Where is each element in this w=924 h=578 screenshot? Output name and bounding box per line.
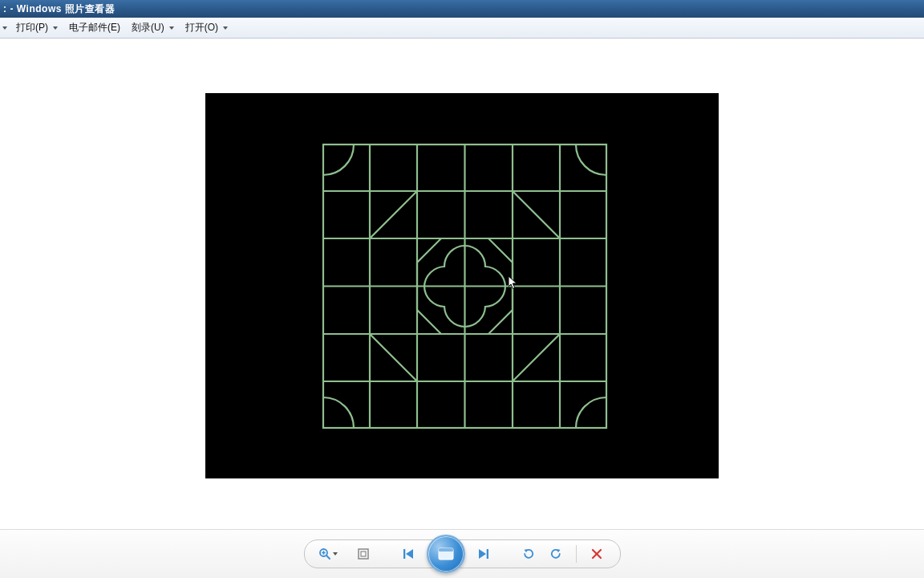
svg-marker-39	[479, 549, 486, 559]
previous-button[interactable]	[396, 543, 420, 565]
menu-print[interactable]: 打印(P)	[10, 18, 63, 38]
svg-rect-38	[439, 548, 453, 552]
menu-open-label: 打开(O)	[185, 21, 218, 35]
menu-leading-dropdown[interactable]	[0, 18, 10, 38]
rotate-cw-button[interactable]	[542, 543, 569, 565]
chevron-down-icon	[223, 26, 228, 30]
close-icon	[590, 547, 603, 560]
bottom-toolbar	[0, 529, 924, 578]
svg-rect-34	[361, 552, 366, 556]
window-titlebar: : - Windows 照片查看器	[0, 0, 924, 18]
next-button[interactable]	[472, 543, 496, 565]
rotate-ccw-icon	[522, 547, 535, 560]
toolbar-separator	[576, 545, 577, 563]
menu-burn[interactable]: 刻录(U)	[125, 18, 179, 38]
rotate-cw-icon	[549, 547, 562, 560]
slideshow-icon	[438, 547, 454, 560]
title-prefix: :	[3, 3, 7, 14]
menu-burn-label: 刻录(U)	[132, 21, 164, 35]
menu-email[interactable]: 电子邮件(E)	[63, 18, 125, 38]
skip-back-icon	[402, 547, 415, 560]
delete-button[interactable]	[583, 543, 610, 565]
nav-group	[396, 535, 496, 573]
slideshow-button[interactable]	[427, 535, 465, 573]
actual-size-icon	[357, 547, 370, 560]
svg-line-30	[326, 556, 330, 559]
menu-open[interactable]: 打开(O)	[179, 18, 233, 38]
svg-rect-40	[486, 549, 488, 559]
svg-rect-35	[403, 549, 405, 559]
rotate-ccw-button[interactable]	[515, 543, 542, 565]
actual-size-button[interactable]	[350, 543, 377, 565]
toolbar-pill	[304, 539, 621, 568]
zoom-button[interactable]	[314, 543, 342, 565]
mouse-cursor-icon	[509, 276, 518, 291]
menu-print-label: 打印(P)	[16, 21, 48, 35]
svg-marker-36	[406, 549, 413, 559]
chevron-down-icon	[333, 552, 338, 556]
zoom-group	[314, 543, 342, 565]
content-area	[0, 39, 924, 530]
chevron-down-icon	[53, 26, 58, 30]
skip-forward-icon	[477, 547, 490, 560]
chevron-down-icon	[2, 26, 7, 30]
svg-rect-33	[359, 549, 368, 559]
title-suffix: - Windows 照片查看器	[10, 2, 116, 16]
chevron-down-icon	[169, 26, 174, 30]
magnifier-icon	[318, 547, 331, 560]
menubar: 打印(P) 电子邮件(E) 刻录(U) 打开(O)	[0, 18, 924, 39]
photo-canvas[interactable]	[205, 93, 719, 478]
menu-email-label: 电子邮件(E)	[69, 21, 120, 35]
photo-pattern	[322, 143, 608, 429]
